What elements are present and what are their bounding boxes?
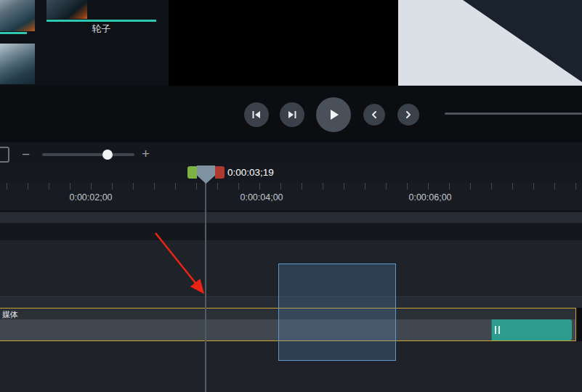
video-editor-window: 轮子 — [0, 0, 582, 392]
clip-marks-icon — [495, 326, 496, 334]
media-item-wheel[interactable]: 轮子 — [47, 0, 156, 38]
ruler-tick — [70, 183, 70, 189]
chevron-left-icon — [370, 110, 379, 119]
ruler-time-label: 0:00:04;00 — [240, 192, 283, 203]
canvas-area — [398, 0, 582, 86]
playhead-time-label: 0:00:03;19 — [227, 167, 274, 178]
ruler-tick — [386, 183, 387, 189]
ruler-time-label: 0:00:06;00 — [408, 192, 451, 203]
ruler-tick — [7, 183, 7, 189]
zoom-slider-track[interactable] — [42, 153, 134, 156]
ruler-tick — [238, 183, 239, 189]
zoom-in-button[interactable]: + — [142, 147, 150, 160]
preview-area — [169, 0, 398, 86]
play-icon — [327, 108, 340, 121]
ruler-tick — [554, 183, 555, 189]
step-back-icon — [251, 110, 262, 120]
progress-line[interactable] — [445, 113, 582, 115]
ruler-tick — [28, 183, 28, 189]
chevron-right-icon — [404, 110, 413, 119]
timeline-track-lane[interactable] — [0, 212, 582, 223]
clip-marks-icon — [498, 326, 500, 334]
media-thumbnail — [47, 0, 87, 19]
track-label: 媒体 — [2, 309, 18, 320]
ruler-tick — [575, 183, 576, 189]
timeline-gap — [0, 223, 582, 240]
previous-clip-button[interactable] — [363, 104, 385, 126]
thumbnail-selected-underline — [0, 32, 27, 34]
timeline-header-zone — [0, 167, 582, 183]
playhead-in-handle[interactable] — [187, 166, 197, 179]
ruler-tick — [470, 183, 471, 189]
media-thumbnail[interactable] — [0, 44, 35, 84]
next-frame-button[interactable] — [280, 102, 304, 127]
ruler-tick — [407, 183, 408, 189]
teal-clip-segment[interactable] — [491, 319, 572, 340]
canvas-triangle-shape — [463, 0, 582, 82]
zoom-out-button[interactable]: − — [22, 147, 30, 161]
playhead-out-handle[interactable] — [215, 166, 225, 179]
ruler-tick — [344, 183, 344, 189]
ruler-tick — [428, 183, 429, 189]
ruler-tick — [280, 183, 281, 189]
timeline-ruler[interactable]: 0:00:02;00 0:00:04;00 0:00:06;00 — [0, 183, 582, 212]
zoom-slider-handle[interactable] — [102, 150, 113, 160]
play-button[interactable] — [316, 97, 351, 132]
timeline-toolbar: − + — [0, 142, 582, 167]
next-clip-button[interactable] — [397, 104, 419, 126]
playhead-line — [205, 182, 206, 392]
edit-tool-icon[interactable] — [0, 147, 9, 163]
ruler-tick — [217, 183, 218, 189]
ruler-time-label: 0:00:02;00 — [69, 192, 112, 203]
selection-rectangle — [278, 264, 396, 361]
ruler-tick — [323, 183, 323, 189]
thumbnail-selected-underline — [47, 20, 156, 22]
ruler-tick — [112, 183, 113, 189]
ruler-tick — [175, 183, 176, 189]
media-bin: 轮子 — [0, 0, 169, 86]
ruler-tick — [302, 183, 302, 189]
ruler-tick — [133, 183, 134, 189]
playback-controls-bar — [0, 86, 582, 142]
ruler-tick — [365, 183, 365, 189]
ruler-tick — [49, 183, 49, 189]
ruler-tick — [533, 183, 534, 189]
previous-frame-button[interactable] — [244, 102, 269, 127]
ruler-tick — [91, 183, 92, 189]
media-thumbnail[interactable] — [0, 0, 35, 31]
ruler-tick — [154, 183, 155, 189]
ruler-tick — [449, 183, 450, 189]
ruler-tick — [196, 183, 197, 189]
ruler-tick — [259, 183, 260, 189]
ruler-tick — [512, 183, 513, 189]
media-item-label: 轮子 — [47, 23, 156, 36]
ruler-tick — [491, 183, 492, 189]
step-forward-icon — [287, 110, 297, 120]
